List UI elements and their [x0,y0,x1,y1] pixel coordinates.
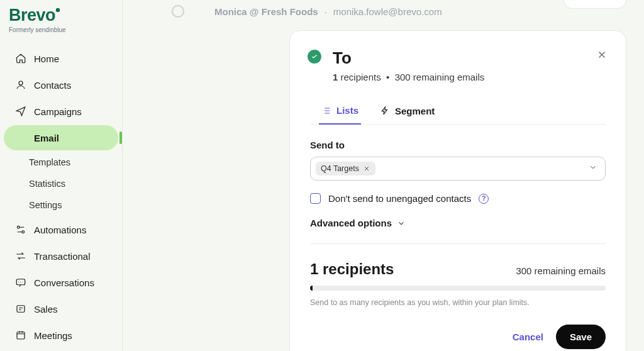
help-icon[interactable]: ? [479,194,489,204]
conversations-icon [15,277,26,288]
divider [310,243,606,244]
sales-icon [15,303,26,315]
sidebar-item-statistics[interactable]: Statistics [0,173,122,194]
sidebar-item-home[interactable]: Home [4,46,118,71]
sidebar-item-templates[interactable]: Templates [0,152,122,173]
blank-icon [15,132,26,143]
transactional-icon [15,250,26,262]
main: Monica @ Fresh Foods · monika.fowle@brev… [123,0,644,351]
sender-email: monika.fowle@brevo.com [333,6,442,17]
chevron-down-icon [397,219,406,228]
send-to-select[interactable]: Q4 Targets [310,157,606,181]
list-icon [321,106,331,116]
limit-note: Send to as many recipients as you wish, … [310,298,606,307]
nav-label: Conversations [34,277,94,288]
tab-label: Segment [395,106,435,116]
sidebar-item-contacts[interactable]: Contacts [4,72,118,98]
contacts-icon [15,79,26,91]
nav-label: Transactional [34,251,91,262]
brand-logo[interactable]: Brevo [9,6,113,25]
sidebar-item-meetings[interactable]: Meetings [4,323,118,348]
nav-label: Settings [29,200,62,210]
campaigns-icon [15,106,26,117]
svg-point-3 [17,226,19,228]
send-to-label: Send to [310,140,606,150]
close-button[interactable] [594,47,609,62]
quota-progress-fill [310,286,313,291]
cancel-button[interactable]: Cancel [513,332,543,342]
nav-label: Sales [34,304,58,315]
nav-label: Automations [34,225,86,235]
unengaged-checkbox[interactable] [310,193,321,204]
remaining-emails: 300 remaining emails [516,265,606,276]
sidebar-item-conversations[interactable]: Conversations [4,270,118,295]
sender-name: Monica @ Fresh Foods [214,6,318,17]
sidebar-item-automations[interactable]: Automations [4,217,118,242]
nav-label: Templates [29,157,70,167]
sidebar: Brevo Formerly sendinblue Home Contacts … [0,0,123,351]
sidebar-item-settings[interactable]: Settings [0,194,122,216]
nav-label: Campaigns [34,106,82,117]
recipients-count-big: 1 recipients [310,260,394,278]
chip-label: Q4 Targets [321,164,359,173]
tabs: Lists Segment [310,99,606,125]
automations-icon [15,224,26,235]
panel-title: To [333,48,606,68]
sidebar-item-transactional[interactable]: Transactional [4,243,118,269]
chevron-down-icon [589,163,597,174]
selected-chip: Q4 Targets [316,162,375,176]
svg-point-1 [56,8,60,12]
home-icon [15,53,26,64]
advanced-options-toggle[interactable]: Advanced options [310,218,606,228]
save-button[interactable]: Save [556,325,606,349]
nav: Home Contacts Campaigns Email Templates … [0,40,122,348]
svg-point-2 [19,81,23,85]
tab-lists[interactable]: Lists [319,99,361,125]
svg-rect-7 [17,332,25,339]
quota-progress [310,286,606,291]
sidebar-item-campaigns[interactable]: Campaigns [4,99,118,124]
sidebar-item-sales[interactable]: Sales [4,296,118,321]
nav-label: Email [34,133,59,143]
nav-label: Home [34,53,59,64]
chip-remove-button[interactable] [363,165,370,172]
unengaged-label: Don't send to unengaged contacts [328,193,471,204]
check-icon [308,50,321,64]
corner-pill [564,0,626,9]
advanced-label: Advanced options [310,218,392,228]
avatar-icon [172,5,184,18]
logo-block: Brevo Formerly sendinblue [0,5,122,40]
tab-label: Lists [336,105,358,116]
tab-segment[interactable]: Segment [377,99,437,124]
brand-tagline: Formerly sendinblue [9,26,113,33]
nav-label: Statistics [29,179,65,189]
svg-point-4 [22,231,25,233]
to-panel: To 1 recipients • 300 remaining emails L… [289,30,626,351]
meetings-icon [15,330,26,341]
nav-label: Contacts [34,80,71,91]
sidebar-item-email[interactable]: Email [4,125,118,150]
nav-label: Meetings [34,330,72,341]
bolt-icon [380,106,390,116]
panel-subtitle: 1 recipients • 300 remaining emails [333,72,606,82]
svg-text:Brevo: Brevo [9,6,55,25]
svg-rect-6 [17,306,25,313]
